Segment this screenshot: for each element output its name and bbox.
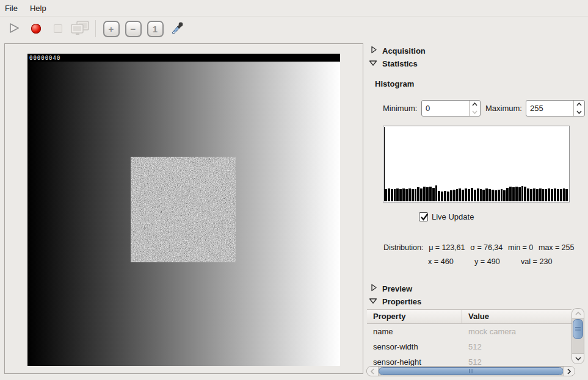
chevron-right-icon	[370, 284, 377, 293]
chevron-down-icon	[369, 297, 377, 306]
record-icon	[31, 24, 41, 34]
maximum-spin-up-button[interactable]	[574, 101, 584, 109]
minimum-label: Minimum:	[383, 100, 417, 117]
distribution-sigma: σ = 76,34	[470, 243, 503, 252]
chevron-down-icon	[576, 110, 582, 114]
expander-statistics[interactable]: Statistics	[369, 59, 418, 68]
histogram-plot	[383, 126, 570, 203]
zoom-out-button[interactable]: −	[123, 18, 143, 39]
expander-label: Statistics	[382, 59, 418, 68]
frame-counter: 00000040	[29, 55, 60, 61]
table-row[interactable]: sensor-width512	[367, 339, 572, 354]
chevron-left-icon	[371, 368, 374, 375]
minimum-spin-up-button[interactable]	[470, 101, 480, 109]
chevron-down-icon	[575, 357, 581, 360]
camera-frame-image[interactable]: 00000040	[27, 54, 340, 366]
chevron-down-icon	[369, 59, 377, 68]
expander-acquisition[interactable]: Acquisition	[370, 46, 426, 56]
expander-label: Preview	[382, 284, 412, 293]
noise-square	[131, 157, 236, 262]
zoom-in-button[interactable]: +	[101, 18, 122, 39]
zoom-original-button[interactable]: 1	[145, 18, 165, 39]
property-value-cell: 512	[462, 342, 572, 351]
maximum-label: Maximum:	[485, 100, 522, 117]
distribution-label: Distribution:	[383, 243, 423, 252]
column-header-value[interactable]: Value	[462, 310, 572, 323]
chevron-right-icon	[370, 46, 377, 56]
screenshot-button[interactable]	[70, 18, 90, 39]
menubar: File Help	[0, 0, 588, 16]
stop-button[interactable]	[48, 18, 68, 39]
properties-vertical-scrollbar	[572, 308, 584, 364]
vertical-scrollbar-thumb[interactable]	[573, 319, 583, 339]
live-update-checkbox[interactable]	[419, 212, 428, 221]
distribution-line: Distribution:μ = 123,61σ = 76,34min = 0m…	[383, 243, 579, 252]
distribution-min: min = 0	[508, 243, 533, 252]
scroll-up-button[interactable]	[572, 309, 584, 319]
zoom-out-icon: −	[125, 21, 142, 37]
table-row[interactable]: namemock camera	[367, 324, 572, 339]
minimum-input[interactable]	[422, 101, 469, 116]
maximum-spin-down-button[interactable]	[574, 109, 584, 117]
expander-label: Properties	[382, 297, 421, 306]
frame-counter-bar: 00000040	[27, 54, 340, 62]
color-picker-button[interactable]	[167, 18, 187, 39]
record-button[interactable]	[26, 18, 46, 39]
live-update-label: Live Update	[432, 209, 474, 225]
minimum-spin-down-button[interactable]	[470, 109, 480, 117]
expander-properties[interactable]: Properties	[369, 297, 421, 306]
menu-help[interactable]: Help	[24, 1, 53, 15]
table-header: Property Value	[367, 309, 572, 324]
stop-icon	[54, 24, 62, 33]
chevron-up-icon	[472, 102, 477, 106]
scroll-left-button[interactable]	[367, 367, 379, 376]
histogram-bars	[385, 126, 568, 201]
column-header-property[interactable]: Property	[367, 310, 462, 323]
chevron-right-icon	[567, 368, 571, 375]
zoom-original-icon: 1	[147, 21, 164, 37]
scroll-right-button[interactable]	[563, 367, 575, 376]
properties-table: Property Value namemock camerasensor-wid…	[367, 309, 572, 366]
minimum-spinbox	[421, 100, 481, 117]
horizontal-scrollbar-thumb[interactable]	[379, 367, 564, 375]
property-name-cell: sensor-height	[367, 357, 462, 366]
histogram-title: Histogram	[375, 79, 414, 88]
eyedropper-icon	[170, 21, 184, 37]
maximum-spinbox	[526, 100, 585, 117]
chevron-up-icon	[575, 312, 581, 315]
cursor-y: y = 490	[474, 257, 500, 266]
play-button[interactable]	[4, 18, 24, 39]
toolbar: + − 1	[0, 16, 588, 41]
expander-preview[interactable]: Preview	[370, 284, 412, 293]
checkmark-icon	[419, 212, 430, 223]
chevron-down-icon	[472, 110, 477, 114]
distribution-max: max = 255	[539, 243, 574, 252]
play-icon	[8, 22, 20, 36]
properties-horizontal-scrollbar	[366, 366, 575, 376]
scroll-down-button[interactable]	[572, 353, 584, 364]
property-name-cell: sensor-width	[367, 342, 462, 351]
zoom-in-icon: +	[103, 21, 120, 37]
property-value-cell: mock camera	[462, 327, 572, 336]
menu-file[interactable]: File	[0, 1, 24, 15]
table-row[interactable]: sensor-height512	[367, 354, 572, 366]
screens-icon	[70, 20, 90, 38]
maximum-input[interactable]	[526, 101, 573, 116]
property-value-cell: 512	[462, 357, 572, 366]
toolbar-separator	[95, 20, 96, 37]
table-body: namemock camerasensor-width512sensor-hei…	[367, 324, 572, 366]
property-name-cell: name	[367, 327, 462, 336]
distribution-mu: μ = 123,61	[429, 243, 465, 252]
expander-label: Acquisition	[382, 46, 426, 56]
cursor-x: x = 460	[428, 257, 454, 266]
cursor-val: val = 230	[521, 257, 552, 266]
chevron-up-icon	[576, 102, 582, 106]
